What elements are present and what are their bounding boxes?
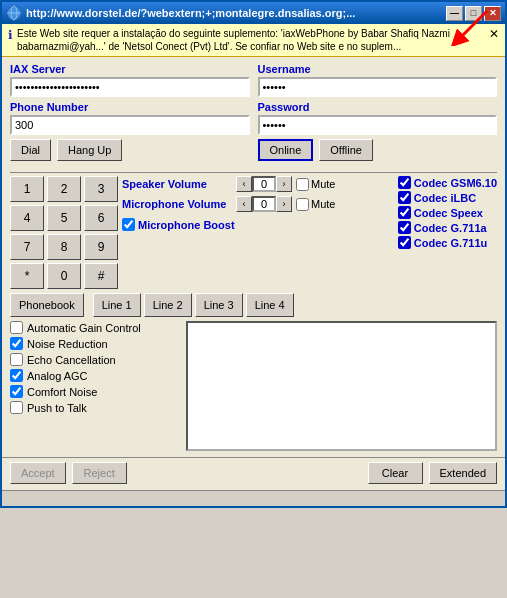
key-star[interactable]: * <box>10 263 44 289</box>
microphone-mute-checkbox[interactable] <box>296 198 309 211</box>
microphone-volume-row: Microphone Volume ‹ › Mute <box>122 196 390 212</box>
echo-cancellation-checkbox[interactable] <box>10 353 23 366</box>
microphone-mute-label: Mute <box>311 198 335 210</box>
codec-ilbc-checkbox[interactable] <box>398 191 411 204</box>
comfort-noise-checkbox[interactable] <box>10 385 23 398</box>
info-text: Este Web site requer a instalação do seg… <box>17 27 485 53</box>
microphone-volume-down[interactable]: ‹ <box>236 196 252 212</box>
key-9[interactable]: 9 <box>84 234 118 260</box>
analog-agc-label: Analog AGC <box>27 370 88 382</box>
noise-reduction-checkbox[interactable] <box>10 337 23 350</box>
password-label: Password <box>258 101 498 113</box>
codec-ilbc: Codec iLBC <box>398 191 497 204</box>
speaker-mute-group: Mute <box>296 178 335 191</box>
title-bar-left: http://www.dorstel.de/?webextern;+;monta… <box>6 5 446 21</box>
bottom-section: Automatic Gain Control Noise Reduction E… <box>2 319 505 455</box>
analog-agc-checkbox[interactable] <box>10 369 23 382</box>
agc-checkbox[interactable] <box>10 321 23 334</box>
line-4-button[interactable]: Line 4 <box>246 293 294 317</box>
info-bar: ℹ Este Web site requer a instalação do s… <box>2 24 505 57</box>
divider-1 <box>10 172 497 173</box>
keypad-area: 1 2 3 4 5 6 7 8 9 * 0 # <box>10 176 118 289</box>
key-0[interactable]: 0 <box>47 263 81 289</box>
key-hash[interactable]: # <box>84 263 118 289</box>
echo-cancellation-label: Echo Cancellation <box>27 354 116 366</box>
microphone-volume-label: Microphone Volume <box>122 198 232 210</box>
hang-up-button[interactable]: Hang Up <box>57 139 122 161</box>
check-comfort-noise: Comfort Noise <box>10 385 180 398</box>
line-1-button[interactable]: Line 1 <box>93 293 141 317</box>
phone-number-label: Phone Number <box>10 101 250 113</box>
key-7[interactable]: 7 <box>10 234 44 260</box>
key-8[interactable]: 8 <box>47 234 81 260</box>
check-noise-reduction: Noise Reduction <box>10 337 180 350</box>
log-textarea[interactable] <box>186 321 497 451</box>
iax-server-group: IAX Server <box>10 63 250 97</box>
browser-icon <box>6 5 22 21</box>
codec-speex-label: Codec Speex <box>414 207 483 219</box>
speaker-volume-label: Speaker Volume <box>122 178 232 190</box>
clear-extended-group: Clear Extended <box>368 462 497 484</box>
title-text: http://www.dorstel.de/?webextern;+;monta… <box>26 7 355 19</box>
microphone-boost-checkbox[interactable] <box>122 218 135 231</box>
right-controls: Speaker Volume ‹ › Mute Microphone Volum… <box>122 176 390 289</box>
speaker-volume-input[interactable] <box>252 176 276 192</box>
codec-g711a: Codec G.711a <box>398 221 497 234</box>
speaker-volume-up[interactable]: › <box>276 176 292 192</box>
codec-gsm610: Codec GSM6.10 <box>398 176 497 189</box>
checkbox-list: Automatic Gain Control Noise Reduction E… <box>10 321 180 451</box>
codec-g711u-checkbox[interactable] <box>398 236 411 249</box>
microphone-volume-input[interactable] <box>252 196 276 212</box>
password-group: Password <box>258 101 498 135</box>
line-2-button[interactable]: Line 2 <box>144 293 192 317</box>
key-3[interactable]: 3 <box>84 176 118 202</box>
lines-row: Phonebook Line 1 Line 2 Line 3 Line 4 <box>2 293 505 317</box>
line-3-button[interactable]: Line 3 <box>195 293 243 317</box>
key-4[interactable]: 4 <box>10 205 44 231</box>
offline-button[interactable]: Offline <box>319 139 373 161</box>
codec-gsm610-checkbox[interactable] <box>398 176 411 189</box>
key-5[interactable]: 5 <box>47 205 81 231</box>
codec-g711u: Codec G.711u <box>398 236 497 249</box>
action-buttons-row: Dial Hang Up Online Offline <box>10 139 497 161</box>
phone-number-input[interactable] <box>10 115 250 135</box>
online-offline-group: Online Offline <box>258 139 498 161</box>
codec-gsm610-label: Codec GSM6.10 <box>414 177 497 189</box>
main-form: IAX Server Username Phone Number Passwor… <box>2 57 505 169</box>
title-bar: http://www.dorstel.de/?webextern;+;monta… <box>2 2 505 24</box>
clear-button[interactable]: Clear <box>368 462 423 484</box>
check-automatic-gain-control: Automatic Gain Control <box>10 321 180 334</box>
main-window: http://www.dorstel.de/?webextern;+;monta… <box>0 0 507 508</box>
push-to-talk-checkbox[interactable] <box>10 401 23 414</box>
online-button[interactable]: Online <box>258 139 314 161</box>
codec-speex-checkbox[interactable] <box>398 206 411 219</box>
accept-button[interactable]: Accept <box>10 462 66 484</box>
bottom-buttons-bar: Accept Reject Clear Extended <box>2 457 505 490</box>
dial-button[interactable]: Dial <box>10 139 51 161</box>
dial-hangup-group: Dial Hang Up <box>10 139 250 161</box>
phonebook-button[interactable]: Phonebook <box>10 293 84 317</box>
check-push-to-talk: Push to Talk <box>10 401 180 414</box>
speaker-volume-down[interactable]: ‹ <box>236 176 252 192</box>
iax-server-input[interactable] <box>10 77 250 97</box>
reject-button[interactable]: Reject <box>72 462 127 484</box>
microphone-volume-spinner: ‹ › <box>236 196 292 212</box>
speaker-mute-checkbox[interactable] <box>296 178 309 191</box>
speaker-volume-row: Speaker Volume ‹ › Mute <box>122 176 390 192</box>
check-analog-agc: Analog AGC <box>10 369 180 382</box>
microphone-volume-up[interactable]: › <box>276 196 292 212</box>
username-label: Username <box>258 63 498 75</box>
microphone-mute-group: Mute <box>296 198 335 211</box>
phone-password-row: Phone Number Password <box>10 101 497 135</box>
keypad-grid: 1 2 3 4 5 6 7 8 9 * 0 # <box>10 176 118 289</box>
codec-column: Codec GSM6.10 Codec iLBC Codec Speex Cod… <box>398 176 497 289</box>
codec-g711a-checkbox[interactable] <box>398 221 411 234</box>
key-6[interactable]: 6 <box>84 205 118 231</box>
username-input[interactable] <box>258 77 498 97</box>
status-bar <box>2 490 505 506</box>
microphone-boost-label: Microphone Boost <box>138 219 235 231</box>
key-2[interactable]: 2 <box>47 176 81 202</box>
extended-button[interactable]: Extended <box>429 462 497 484</box>
password-input[interactable] <box>258 115 498 135</box>
key-1[interactable]: 1 <box>10 176 44 202</box>
